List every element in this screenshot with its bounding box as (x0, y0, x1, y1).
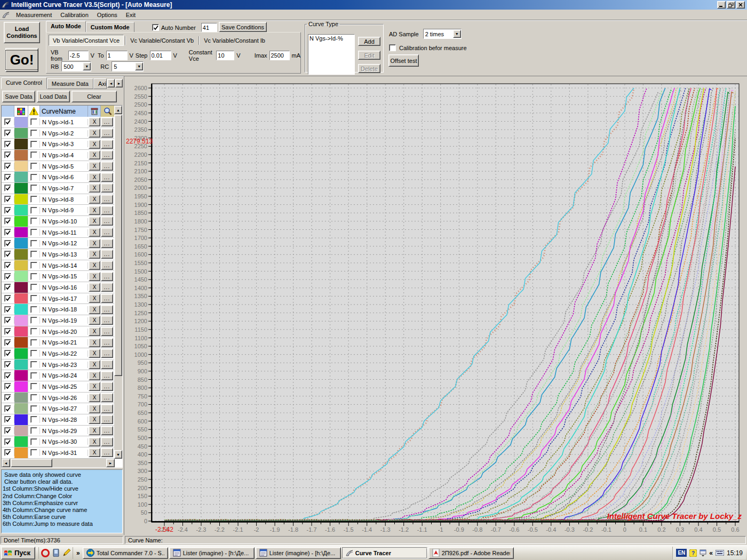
emphasize-checkbox[interactable] (28, 306, 40, 313)
curve-type-listbox[interactable]: N Vgs->Id-% (308, 34, 355, 75)
color-swatch[interactable] (14, 249, 28, 260)
header-color-column[interactable] (14, 106, 28, 117)
opera-icon[interactable] (41, 549, 50, 557)
curve-name[interactable]: N Vgs->Id-10 (40, 218, 88, 225)
jump-measure-button[interactable]: ... (101, 393, 113, 402)
curve-name[interactable]: N Vgs->Id-15 (40, 273, 88, 279)
tab-curve-control[interactable]: Curve Control (1, 77, 47, 89)
horizontal-scrollbar[interactable]: ◄ ► (2, 459, 115, 467)
auto-number-checkbox[interactable] (152, 24, 159, 31)
color-swatch[interactable] (14, 128, 28, 139)
show-hide-checkbox[interactable] (2, 306, 14, 313)
subtab-1[interactable]: Vb Variable/Constant Vce (49, 35, 124, 46)
taskbar-task[interactable]: Total Commander 7.0 - S... (83, 547, 168, 559)
color-swatch[interactable] (14, 447, 28, 458)
clear-button[interactable]: Clear (71, 91, 117, 102)
erase-curve-button[interactable]: X (89, 140, 100, 149)
show-hide-checkbox[interactable] (2, 251, 14, 258)
show-hide-checkbox[interactable] (2, 328, 14, 335)
color-swatch[interactable] (14, 194, 28, 205)
emphasize-checkbox[interactable] (28, 163, 40, 170)
show-hide-checkbox[interactable] (2, 229, 14, 236)
minimize-button[interactable] (717, 1, 726, 9)
header-search-column[interactable] (101, 106, 115, 117)
show-hide-checkbox[interactable] (2, 383, 14, 390)
imax-input[interactable] (269, 51, 290, 60)
show-hide-checkbox[interactable] (2, 317, 14, 324)
jump-measure-button[interactable]: ... (101, 305, 113, 314)
color-swatch[interactable] (14, 117, 28, 127)
color-swatch[interactable] (14, 426, 28, 436)
header-erase-column[interactable] (88, 106, 101, 117)
jump-measure-button[interactable]: ... (101, 183, 113, 193)
color-swatch[interactable] (14, 227, 28, 238)
show-hide-checkbox[interactable] (2, 284, 14, 291)
show-hide-checkbox[interactable] (2, 339, 14, 346)
emphasize-checkbox[interactable] (28, 328, 40, 335)
header-select-column[interactable] (2, 106, 14, 117)
scrollbar-thumb[interactable] (11, 459, 52, 467)
keyboard-icon[interactable] (716, 550, 724, 556)
emphasize-checkbox[interactable] (28, 317, 40, 324)
load-conditions-button[interactable]: Load Conditions (4, 22, 40, 43)
curve-name[interactable]: N Vgs->Id-29 (40, 428, 88, 434)
step-input[interactable] (150, 51, 171, 60)
emphasize-checkbox[interactable] (28, 295, 40, 302)
window-arrow-icon[interactable] (700, 549, 706, 556)
quick-launch-chevron[interactable]: » (76, 549, 80, 557)
show-hide-checkbox[interactable] (2, 438, 14, 445)
erase-curve-button[interactable]: X (89, 415, 100, 424)
start-button[interactable]: Пуск (1, 547, 35, 559)
erase-curve-button[interactable]: X (89, 228, 100, 237)
emphasize-checkbox[interactable] (28, 185, 40, 191)
color-swatch[interactable] (14, 260, 28, 271)
phone-icon[interactable] (53, 549, 59, 557)
emphasize-checkbox[interactable] (28, 339, 40, 346)
color-swatch[interactable] (14, 436, 28, 447)
erase-curve-button[interactable]: X (89, 195, 100, 204)
emphasize-checkbox[interactable] (28, 141, 40, 148)
taskbar-task[interactable]: 2П926.pdf - Adobe Reader (428, 547, 514, 559)
emphasize-checkbox[interactable] (28, 284, 40, 291)
show-hide-checkbox[interactable] (2, 295, 14, 302)
tab-custom-mode[interactable]: Custom Mode (86, 22, 134, 33)
emphasize-checkbox[interactable] (28, 118, 40, 125)
rb-select[interactable]: 500▼ (61, 61, 91, 71)
taskbar-task[interactable]: Curve Tracer (342, 547, 427, 559)
color-swatch[interactable] (14, 172, 28, 182)
erase-curve-button[interactable]: X (89, 150, 100, 159)
curve-name[interactable]: N Vgs->Id-18 (40, 306, 88, 313)
curve-name[interactable]: N Vgs->Id-4 (40, 152, 88, 158)
show-hide-checkbox[interactable] (2, 118, 14, 125)
emphasize-checkbox[interactable] (28, 405, 40, 412)
erase-curve-button[interactable]: X (89, 117, 100, 126)
color-swatch[interactable] (14, 359, 28, 370)
erase-curve-button[interactable]: X (89, 316, 100, 325)
show-hide-checkbox[interactable] (2, 405, 14, 412)
jump-measure-button[interactable]: ... (101, 371, 113, 380)
emphasize-checkbox[interactable] (28, 207, 40, 214)
jump-measure-button[interactable]: ... (101, 404, 113, 413)
color-swatch[interactable] (14, 414, 28, 425)
constant-vce-input[interactable] (216, 51, 234, 60)
jump-measure-button[interactable]: ... (101, 150, 113, 159)
jump-measure-button[interactable]: ... (101, 327, 113, 336)
subtab-2[interactable]: Vc Variable/Constant Vb (126, 35, 197, 46)
show-hide-checkbox[interactable] (2, 427, 14, 434)
jump-measure-button[interactable]: ... (101, 349, 113, 358)
curve-name[interactable]: N Vgs->Id-13 (40, 251, 88, 258)
load-data-button[interactable]: Load Data (37, 91, 70, 102)
curve-name[interactable]: N Vgs->Id-22 (40, 350, 88, 357)
tab-measure-data[interactable]: Measure Data (47, 78, 93, 89)
erase-curve-button[interactable]: X (89, 162, 100, 171)
vb-from-input[interactable] (68, 51, 89, 60)
jump-measure-button[interactable]: ... (101, 228, 113, 237)
subtab-3[interactable]: Vc Variable/Constant Ib (200, 35, 269, 46)
curve-name[interactable]: N Vgs->Id-21 (40, 339, 88, 346)
erase-curve-button[interactable]: X (89, 393, 100, 402)
jump-measure-button[interactable]: ... (101, 217, 113, 226)
erase-curve-button[interactable]: X (89, 448, 100, 457)
curve-name[interactable]: N Vgs->Id-7 (40, 185, 88, 191)
menu-exit[interactable]: Exit (122, 10, 140, 20)
curve-name[interactable]: N Vgs->Id-5 (40, 163, 88, 170)
